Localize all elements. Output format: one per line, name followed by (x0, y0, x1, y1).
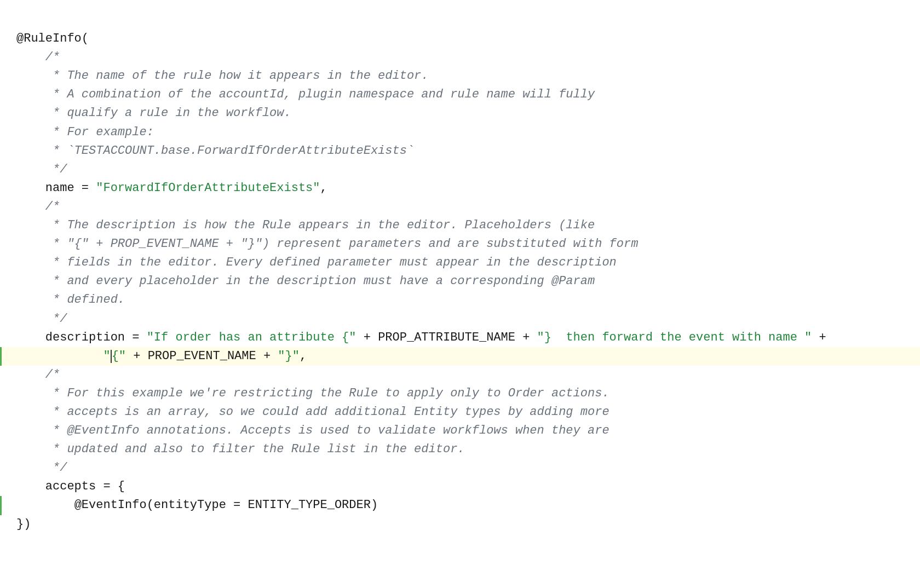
code-line: * accepts is an array, so we could add a… (16, 403, 904, 422)
code-token: /* (45, 200, 60, 214)
code-token: * For this example we're restricting the… (45, 387, 610, 400)
code-line: /* (16, 48, 904, 67)
code-token: * "{" + PROP_EVENT_NAME + "}") represent… (45, 237, 639, 251)
code-token: @RuleInfo( (16, 32, 89, 45)
indent (16, 69, 45, 83)
code-line: */ (16, 459, 904, 477)
code-line: * "{" + PROP_EVENT_NAME + "}") represent… (16, 235, 904, 253)
indent (16, 106, 45, 120)
code-token: description = (45, 331, 147, 344)
code-line: * `TESTACCOUNT.base.ForwardIfOrderAttrib… (16, 142, 904, 160)
code-line: * and every placeholder in the descripti… (16, 272, 904, 291)
code-token: */ (45, 163, 67, 176)
code-token: "If order has an attribute {" (147, 331, 357, 344)
code-token: * @EventInfo annotations. Accepts is use… (45, 424, 610, 437)
code-line: * updated and also to filter the Rule li… (16, 440, 904, 459)
code-token: */ (45, 312, 67, 326)
code-token: * `TESTACCOUNT.base.ForwardIfOrderAttrib… (45, 144, 414, 158)
code-token: @EventInfo(entityType = ENTITY_TYPE_ORDE… (74, 498, 378, 512)
code-token: + PROP_ATTRIBUTE_NAME + (357, 331, 537, 344)
indent (16, 163, 45, 176)
code-token: /* (45, 368, 60, 382)
code-line: accepts = { (16, 477, 904, 496)
code-token: + (812, 331, 826, 344)
indent (16, 50, 45, 64)
code-line: @EventInfo(entityType = ENTITY_TYPE_ORDE… (0, 496, 904, 515)
code-token: */ (45, 461, 67, 475)
code-token: { (111, 349, 119, 363)
indent (16, 405, 45, 419)
code-token: * For example: (45, 125, 154, 139)
code-token: * accepts is an array, so we could add a… (45, 405, 610, 419)
code-token: "}" (278, 349, 300, 363)
indent (16, 200, 45, 214)
code-token: }) (16, 517, 31, 531)
indent (16, 125, 45, 139)
code-line: * For this example we're restricting the… (16, 384, 904, 403)
code-token: " (103, 349, 110, 363)
code-token: * The description is how the Rule appear… (45, 218, 595, 232)
indent (16, 256, 45, 269)
code-editor: @RuleInfo( /* * The name of the rule how… (16, 11, 904, 534)
code-token: , (300, 349, 307, 363)
indent (16, 312, 45, 326)
indent (16, 331, 45, 344)
code-token: * updated and also to filter the Rule li… (45, 442, 465, 456)
code-token: + PROP_EVENT_NAME + (126, 349, 278, 363)
code-token: "ForwardIfOrderAttributeExists" (96, 181, 320, 195)
code-token: accepts = { (45, 480, 125, 493)
code-line: description = "If order has an attribute… (16, 328, 904, 347)
code-token: * qualify a rule in the workflow. (45, 106, 291, 120)
code-token: , (320, 181, 327, 195)
indent (16, 144, 45, 158)
code-line: * The name of the rule how it appears in… (16, 67, 904, 85)
text-cursor (111, 350, 112, 363)
code-token: * A combination of the accountId, plugin… (45, 88, 595, 101)
code-line: * defined. (16, 291, 904, 309)
code-line: @RuleInfo( (16, 30, 904, 48)
code-token: "} then forward the event with name " (537, 331, 812, 344)
code-line: * A combination of the accountId, plugin… (16, 85, 904, 104)
code-token: /* (45, 50, 60, 64)
code-token: * and every placeholder in the descripti… (45, 274, 595, 288)
indent (16, 88, 45, 101)
indent (16, 293, 45, 307)
code-token: * The name of the rule how it appears in… (45, 69, 429, 83)
indent (16, 442, 45, 456)
code-line: /* (16, 366, 904, 384)
code-line: */ (16, 160, 904, 179)
code-line: * qualify a rule in the workflow. (16, 104, 904, 123)
indent (16, 424, 45, 437)
indent (16, 498, 74, 512)
code-line: /* (16, 198, 904, 216)
code-line: * fields in the editor. Every defined pa… (16, 253, 904, 272)
indent (16, 387, 45, 400)
indent (16, 480, 45, 493)
code-token: name = (45, 181, 96, 195)
indent (16, 274, 45, 288)
indent (16, 461, 45, 475)
code-line: */ (16, 310, 904, 328)
code-token: " (119, 349, 126, 363)
code-line: "{" + PROP_EVENT_NAME + "}", (0, 347, 920, 366)
code-line: }) (16, 515, 904, 534)
code-token: * defined. (45, 293, 125, 307)
code-line: name = "ForwardIfOrderAttributeExists", (16, 179, 904, 198)
indent (16, 237, 45, 251)
code-token: * fields in the editor. Every defined pa… (45, 256, 617, 269)
indent (16, 218, 45, 232)
code-line: * @EventInfo annotations. Accepts is use… (16, 422, 904, 440)
code-line: * For example: (16, 123, 904, 142)
indent (16, 368, 45, 382)
indent (16, 181, 45, 195)
code-line: * The description is how the Rule appear… (16, 216, 904, 235)
indent (16, 349, 103, 363)
